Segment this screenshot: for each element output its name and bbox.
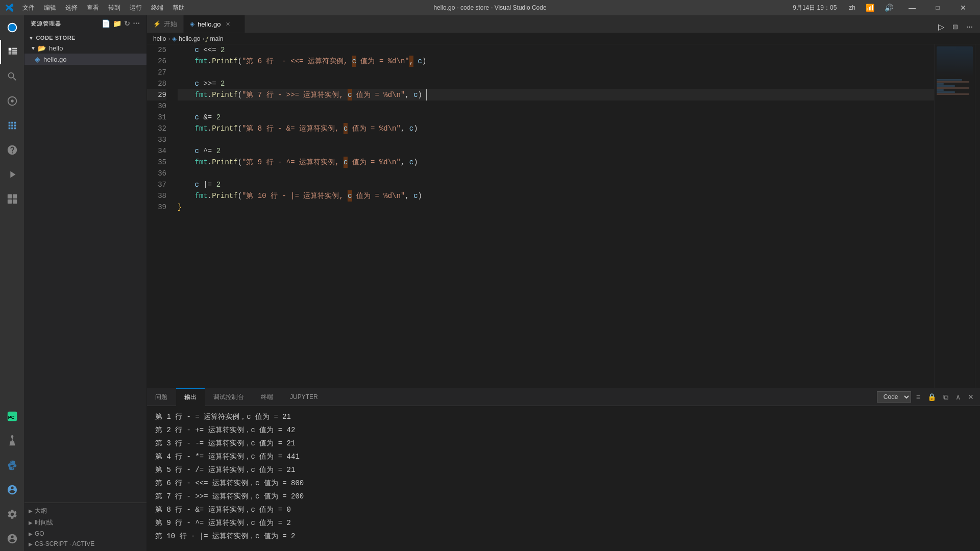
code-line-36 [178, 168, 934, 179]
panel: 问题 输出 调试控制台 终端 JUPYTER Code ≡ 🔒 ⧉ ∧ ✕ 第 … [147, 388, 980, 551]
menu-go[interactable]: 转到 [104, 3, 125, 13]
activity-store-blue[interactable] [0, 113, 24, 138]
activity-help[interactable] [0, 138, 24, 162]
panel-tab-jupyter[interactable]: JUPYTER [282, 388, 327, 406]
sidebar-refresh-icon[interactable]: ↻ [124, 19, 131, 28]
code-content[interactable]: c <<= 2 fmt.Printf("第 6 行 - <<= 运算符实例, c… [173, 44, 934, 388]
menu-file[interactable]: 文件 [18, 3, 39, 13]
menu-select[interactable]: 选择 [61, 3, 82, 13]
more-actions-button[interactable]: ⋯ [963, 22, 976, 32]
breadcrumb-sep-1: › [168, 35, 170, 42]
sidebar-folder[interactable]: ▼ 📂 hello [24, 43, 146, 54]
menu-help[interactable]: 帮助 [168, 3, 189, 13]
maximize-button[interactable]: □ [926, 0, 949, 15]
panel-minimize-icon[interactable]: ∧ [953, 392, 963, 402]
sidebar-new-file-icon[interactable]: 📄 [102, 19, 111, 28]
panel-tab-problems[interactable]: 问题 [147, 388, 176, 406]
tab-close-icon[interactable]: ✕ [224, 20, 232, 28]
activity-edge[interactable] [0, 15, 24, 40]
activity-settings[interactable] [0, 502, 24, 527]
output-line-7: 第 7 行 - >>= 运算符实例，c 值为 = 200 [155, 490, 972, 503]
breadcrumb-func[interactable]: main [210, 35, 223, 42]
sidebar-go[interactable]: ▶ GO [24, 529, 146, 539]
activity-run[interactable] [0, 162, 24, 187]
terminal-output: 第 1 行 - = 运算符实例，c 值为 = 21 第 2 行 - += 运算符… [147, 406, 980, 551]
file-name: hello.go [43, 56, 67, 63]
sidebar-header: 资源管理器 📄 📁 ↻ ⋯ [24, 15, 146, 32]
sidebar-timeline[interactable]: ▶ 时间线 [24, 517, 146, 529]
menu-view[interactable]: 查看 [83, 3, 103, 13]
sidebar-cs-script[interactable]: ▶ CS-SCRIPT · ACTIVE [24, 539, 146, 549]
panel-actions: Code ≡ 🔒 ⧉ ∧ ✕ [877, 391, 980, 403]
menu-run[interactable]: 运行 [126, 3, 146, 13]
svg-rect-5 [12, 199, 16, 204]
output-line-2: 第 2 行 - += 运算符实例，c 值为 = 42 [155, 423, 972, 437]
activity-extensions[interactable] [0, 187, 24, 211]
breadcrumb-file[interactable]: hello.go [179, 35, 200, 42]
panel-popout-icon[interactable]: ⧉ [941, 392, 950, 403]
tab-start[interactable]: ⚡ 开始 [147, 15, 184, 33]
folder-name-text: hello [49, 44, 63, 52]
output-line-5: 第 5 行 - /= 运算符实例，c 值为 = 21 [155, 463, 972, 477]
network-icon: 📶 [863, 3, 877, 13]
minimize-button[interactable]: — [900, 0, 924, 15]
panel-tab-debug[interactable]: 调试控制台 [205, 388, 253, 406]
vscode-icon [5, 3, 14, 12]
activity-pycharm[interactable]: PC [0, 404, 24, 429]
breadcrumb-root[interactable]: hello [153, 35, 166, 42]
volume-icon: 🔊 [881, 3, 896, 13]
panel-tab-terminal[interactable]: 终端 [253, 388, 282, 406]
panel-clear-icon[interactable]: ≡ [914, 392, 922, 402]
output-line-1: 第 1 行 - = 运算符实例，c 值为 = 21 [155, 410, 972, 423]
activity-test[interactable] [0, 429, 24, 453]
folder-icon: 📂 [38, 44, 46, 52]
tab-hello-go[interactable]: ◈ hello.go ✕ [184, 15, 245, 33]
output-line-3: 第 3 行 - -= 运算符实例，c 值为 = 21 [155, 437, 972, 450]
code-line-37: c |= 2 [178, 179, 934, 190]
section-collapse-icon: ▼ [29, 35, 34, 41]
svg-rect-3 [12, 194, 16, 198]
output-line-9: 第 9 行 - ^= 运算符实例，c 值为 = 2 [155, 516, 972, 530]
section-title: CODE STORE [36, 35, 76, 41]
code-line-28: c >>= 2 [178, 78, 934, 89]
run-button[interactable]: ▷ [935, 21, 947, 33]
titlebar-controls: 9月14日 19：05 zh 📶 🔊 — □ ✕ [790, 0, 975, 15]
panel-tab-output[interactable]: 输出 [176, 388, 205, 406]
titlebar-datetime: 9月14日 19：05 [790, 3, 840, 13]
activity-search[interactable] [0, 64, 24, 89]
close-button[interactable]: ✕ [951, 0, 975, 15]
svg-point-1 [11, 99, 14, 103]
sidebar-section-header[interactable]: ▼ CODE STORE [24, 33, 146, 43]
titlebar-title: hello.go - code store - Visual Studio Co… [433, 4, 546, 11]
activity-copilot[interactable] [0, 478, 24, 502]
activity-python[interactable] [0, 453, 24, 478]
code-line-39: } [178, 202, 934, 213]
breadcrumb-sep-2: › [202, 35, 204, 42]
sidebar-collapse-icon[interactable]: ⋯ [133, 19, 140, 28]
activity-explorer[interactable] [0, 40, 24, 64]
activity-account[interactable] [0, 527, 24, 551]
sidebar-header-actions: 📄 📁 ↻ ⋯ [102, 19, 140, 28]
sidebar-file-hello[interactable]: ◈ hello.go [24, 54, 146, 65]
menu-terminal[interactable]: 终端 [147, 3, 167, 13]
line-numbers: 25 26 27 28 29 30 31 32 33 34 35 36 37 3… [147, 44, 173, 388]
menu-edit[interactable]: 编辑 [40, 3, 60, 13]
code-line-30 [178, 101, 934, 112]
code-line-32: fmt.Printf("第 8 行 - &= 运算符实例, c 值为 = %d\… [178, 123, 934, 134]
code-editor-container: 25 26 27 28 29 30 31 32 33 34 35 36 37 3… [147, 44, 980, 388]
sidebar-bottom: ▶ 大纲 ▶ 时间线 ▶ GO ▶ CS-SCRIPT · ACTIVE [24, 503, 146, 551]
cursor [422, 89, 427, 101]
output-source-select[interactable]: Code [877, 391, 911, 403]
panel-close-icon[interactable]: ✕ [966, 392, 976, 402]
activity-git[interactable] [0, 89, 24, 113]
output-line-10: 第 10 行 - |= 运算符实例，c 值为 = 2 [155, 530, 972, 543]
vertical-scrollbar[interactable] [975, 44, 980, 388]
code-line-35: fmt.Printf("第 9 行 - ^= 运算符实例, c 值为 = %d\… [178, 157, 934, 168]
sidebar-new-folder-icon[interactable]: 📁 [113, 19, 122, 28]
titlebar-menu: 文件 编辑 选择 查看 转到 运行 终端 帮助 [18, 3, 189, 13]
sidebar-outline[interactable]: ▶ 大纲 [24, 505, 146, 517]
panel-lock-icon[interactable]: 🔒 [925, 392, 938, 402]
split-editor-button[interactable]: ⊟ [949, 22, 961, 32]
sidebar: 资源管理器 📄 📁 ↻ ⋯ ▼ CODE STORE ▼ 📂 hello ◈ h… [24, 15, 147, 551]
tab-hello-label: hello.go [198, 20, 221, 28]
